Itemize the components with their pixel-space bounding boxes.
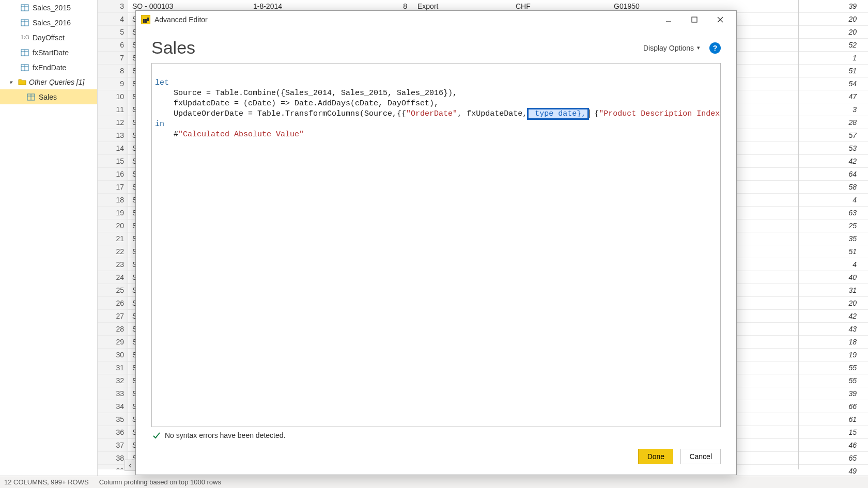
row-number: 17: [98, 181, 128, 193]
query-item-fxstartdate[interactable]: fxStartDate: [0, 45, 97, 60]
chevron-down-icon: ▾: [697, 44, 700, 51]
cell-right-num: 54: [799, 77, 868, 90]
code-token: , fxUpdateDate,: [457, 109, 527, 118]
cell-right-num: 51: [799, 65, 868, 77]
cell-right-num: 1: [799, 52, 868, 65]
cell-right-num: 58: [799, 181, 868, 194]
row-number: 12: [98, 116, 128, 129]
row-number: 13: [98, 129, 128, 141]
queries-sidebar: Sales_2015 Sales_2016 123 DayOffset fxSt…: [0, 0, 98, 488]
cell-right-num: 55: [799, 374, 868, 387]
row-number: 19: [98, 207, 128, 219]
dialog-title: Advanced Editor: [154, 15, 654, 24]
cell-right-num: 39: [799, 0, 868, 13]
row-number: 22: [98, 245, 128, 258]
query-item-label: DayOffset: [33, 34, 65, 42]
cell-right-num: 20: [799, 26, 868, 39]
row-number: 39: [98, 465, 128, 469]
table-icon: [27, 93, 35, 101]
number-icon: 123: [21, 34, 29, 42]
row-number: 3: [98, 0, 128, 12]
query-item-label: Sales: [39, 93, 57, 101]
row-number: 36: [98, 426, 128, 438]
row-number: 28: [98, 323, 128, 335]
row-number: 30: [98, 349, 128, 361]
code-token: "Calculated Absolute Value": [178, 130, 304, 139]
display-options-dropdown[interactable]: Display Options ▾: [643, 44, 700, 52]
cell-right-num: 42: [799, 310, 868, 323]
row-number: 4: [98, 13, 128, 25]
row-number: 25: [98, 284, 128, 296]
row-number: 31: [98, 361, 128, 374]
status-columns: 12 COLUMNS, 999+ ROWS: [4, 478, 89, 486]
row-number: 14: [98, 142, 128, 154]
row-number: 27: [98, 310, 128, 322]
table-icon: [21, 49, 29, 57]
minimize-button[interactable]: [658, 12, 679, 27]
row-number: 10: [98, 90, 128, 103]
syntax-status-text: No syntax errors have been detected.: [165, 431, 285, 439]
cell-right-num: 28: [799, 116, 868, 129]
powerbi-logo-icon: [141, 15, 150, 24]
query-item-sales[interactable]: Sales: [0, 89, 97, 104]
code-token: Source = Table.Combine({Sales_2014, Sale…: [155, 89, 457, 98]
cell-right-num: 61: [799, 413, 868, 426]
row-number: 7: [98, 52, 128, 64]
row-number: 32: [98, 374, 128, 387]
cell-right-num: 4: [799, 258, 868, 271]
cell-right-num: 53: [799, 142, 868, 155]
row-number: 11: [98, 103, 128, 116]
status-bar: 12 COLUMNS, 999+ ROWS Column profiling b…: [0, 476, 868, 488]
maximize-button[interactable]: [684, 12, 705, 27]
cell-right-num: 43: [799, 323, 868, 336]
query-item-label: fxStartDate: [33, 49, 69, 57]
cell-right-num: 65: [799, 452, 868, 465]
row-number: 33: [98, 387, 128, 400]
dialog-titlebar[interactable]: Advanced Editor: [136, 11, 736, 28]
query-item-dayoffset[interactable]: 123 DayOffset: [0, 30, 97, 45]
cell-right-num: 63: [799, 207, 868, 219]
query-item-sales-2015[interactable]: Sales_2015: [0, 0, 97, 15]
close-button[interactable]: [709, 12, 731, 27]
code-token: {: [590, 109, 599, 118]
caret-down-icon: ▾: [9, 79, 16, 86]
query-item-label: Sales_2016: [33, 19, 71, 27]
cell-right-num: 20: [799, 13, 868, 26]
code-token: UpdateOrderDate = Table.TransformColumns…: [155, 109, 406, 118]
cell-right-num: 4: [799, 194, 868, 207]
row-number: 16: [98, 168, 128, 180]
cancel-button[interactable]: Cancel: [680, 449, 721, 464]
data-grid-last-col[interactable]: 3920205215154473285753426458463253551440…: [798, 0, 868, 469]
query-item-sales-2016[interactable]: Sales_2016: [0, 15, 97, 30]
cell-right-num: 20: [799, 297, 868, 310]
cell-right-num: 39: [799, 387, 868, 400]
help-icon[interactable]: ?: [709, 42, 721, 54]
cell-right-num: 19: [799, 349, 868, 361]
advanced-editor-dialog: Advanced Editor Sales Display Options ▾ …: [135, 10, 737, 475]
checkmark-icon: [152, 431, 161, 439]
code-token: in: [155, 120, 164, 129]
row-number: 24: [98, 271, 128, 284]
code-highlight: type date},: [527, 108, 589, 120]
cell-right-num: 35: [799, 232, 868, 245]
code-editor[interactable]: let Source = Table.Combine({Sales_2014, …: [151, 63, 721, 427]
row-number: 9: [98, 77, 128, 90]
code-token: let: [155, 78, 169, 87]
code-token: fxUpdateDate = (cDate) => Date.AddDays(c…: [155, 99, 439, 108]
row-number: 34: [98, 400, 128, 413]
row-number: 35: [98, 413, 128, 426]
row-number: 15: [98, 155, 128, 167]
cell-right-num: 66: [799, 400, 868, 413]
scroll-left-button[interactable]: ‹: [125, 460, 136, 471]
row-number: 37: [98, 439, 128, 451]
cell-right-num: 42: [799, 155, 868, 168]
cell-right-num: 31: [799, 284, 868, 297]
query-item-fxenddate[interactable]: fxEndDate: [0, 60, 97, 75]
row-number: 6: [98, 39, 128, 51]
folder-other-queries[interactable]: ▾ Other Queries [1]: [0, 75, 97, 89]
row-number: 23: [98, 258, 128, 271]
cell-right-num: 52: [799, 39, 868, 52]
done-button[interactable]: Done: [638, 449, 673, 464]
row-number: 8: [98, 65, 128, 77]
row-number: 20: [98, 219, 128, 232]
